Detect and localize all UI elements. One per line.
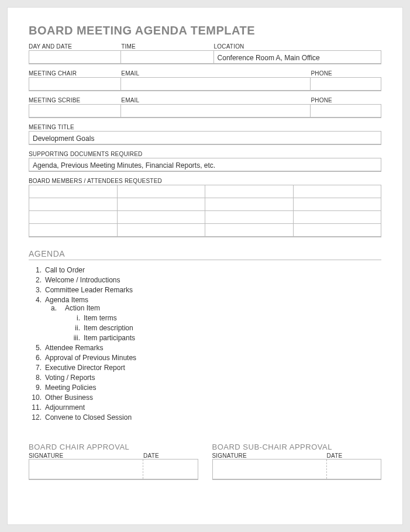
label-chair-signature: SIGNATURE xyxy=(29,452,143,459)
attendee-cell[interactable] xyxy=(117,224,205,237)
board-chair-approval: BOARD CHAIR APPROVAL SIGNATURE DATE xyxy=(29,443,198,480)
input-meeting-chair[interactable] xyxy=(29,77,121,91)
attendee-cell[interactable] xyxy=(205,211,294,224)
input-subchair-signature[interactable] xyxy=(213,460,326,479)
agenda-item: 9.Meeting Policies xyxy=(29,384,381,392)
subchair-approval-heading: BOARD SUB-CHAIR APPROVAL xyxy=(212,443,382,451)
label-chair-phone: PHONE xyxy=(311,70,381,77)
agenda-item: 12.Convene to Closed Session xyxy=(29,413,381,422)
agenda-item: 11.Adjournment xyxy=(29,403,381,412)
label-meeting-scribe: MEETING SCRIBE xyxy=(29,97,121,103)
agenda-item: 1.Call to Order xyxy=(29,266,381,274)
agenda-item: 10.Other Business xyxy=(29,393,381,402)
attendees-table xyxy=(29,185,381,237)
input-chair-email[interactable] xyxy=(121,77,311,91)
agenda-heading: AGENDA xyxy=(29,249,381,260)
row-supporting-docs: SUPPORTING DOCUMENTS REQUIRED Agenda, Pr… xyxy=(29,151,381,172)
input-supporting-docs[interactable]: Agenda, Previous Meeting Minutes, Financ… xyxy=(29,158,381,172)
row-meeting-title: MEETING TITLE Development Goals xyxy=(29,124,381,145)
input-meeting-title[interactable]: Development Goals xyxy=(29,131,381,145)
label-supporting-docs: SUPPORTING DOCUMENTS REQUIRED xyxy=(29,151,381,157)
label-scribe-phone: PHONE xyxy=(311,97,381,103)
attendee-cell[interactable] xyxy=(293,185,381,198)
attendee-cell[interactable] xyxy=(29,185,118,198)
agenda-subsubitem: i.Item terms xyxy=(70,314,381,322)
label-subchair-date: DATE xyxy=(327,452,381,459)
input-chair-signature[interactable] xyxy=(29,460,143,479)
input-chair-date[interactable] xyxy=(143,460,197,479)
attendee-cell[interactable] xyxy=(29,224,118,237)
attendee-cell[interactable] xyxy=(117,185,205,198)
input-meeting-scribe[interactable] xyxy=(29,104,121,118)
chair-approval-heading: BOARD CHAIR APPROVAL xyxy=(29,443,198,451)
attendee-cell[interactable] xyxy=(205,224,294,237)
label-chair-email: EMAIL xyxy=(121,70,311,77)
attendee-cell[interactable] xyxy=(205,198,294,211)
label-time: TIME xyxy=(121,43,213,50)
approval-section: BOARD CHAIR APPROVAL SIGNATURE DATE BOAR… xyxy=(29,443,381,480)
label-meeting-title: MEETING TITLE xyxy=(29,124,381,130)
row-attendees: BOARD MEMBERS / ATTENDEES REQUESTED xyxy=(29,178,381,237)
agenda-item: 4.Agenda Items a.Action Item i.Item term… xyxy=(29,296,381,342)
row-meeting-scribe: MEETING SCRIBE EMAIL PHONE xyxy=(29,97,381,118)
page-title: BOARD MEETING AGENDA TEMPLATE xyxy=(29,24,381,37)
agenda-item: 2.Welcome / Introductions xyxy=(29,276,381,284)
input-scribe-phone[interactable] xyxy=(311,104,381,118)
label-day-and-date: DAY AND DATE xyxy=(29,43,121,50)
agenda-item: 3.Committee Leader Remarks xyxy=(29,286,381,294)
attendee-cell[interactable] xyxy=(293,224,381,237)
label-attendees: BOARD MEMBERS / ATTENDEES REQUESTED xyxy=(29,178,381,184)
row-date-time-location: DAY AND DATE TIME LOCATION Conference Ro… xyxy=(29,43,381,64)
label-subchair-signature: SIGNATURE xyxy=(212,452,327,459)
board-subchair-approval: BOARD SUB-CHAIR APPROVAL SIGNATURE DATE xyxy=(212,443,382,480)
attendee-cell[interactable] xyxy=(293,211,381,224)
agenda-subitem: a.Action Item xyxy=(51,304,381,312)
attendee-cell[interactable] xyxy=(29,198,118,211)
agenda-item: 5.Attendee Remarks xyxy=(29,344,381,352)
input-day-and-date[interactable] xyxy=(29,50,121,64)
label-location: LOCATION xyxy=(214,43,381,50)
agenda-list: 1.Call to Order 2.Welcome / Introduction… xyxy=(29,266,381,422)
attendee-cell[interactable] xyxy=(117,211,205,224)
page: BOARD MEETING AGENDA TEMPLATE DAY AND DA… xyxy=(7,7,403,525)
row-meeting-chair: MEETING CHAIR EMAIL PHONE xyxy=(29,70,381,91)
agenda-subsubitem: ii.Item description xyxy=(70,324,381,332)
input-time[interactable] xyxy=(121,50,213,64)
label-scribe-email: EMAIL xyxy=(121,97,311,103)
input-subchair-date[interactable] xyxy=(326,460,381,479)
agenda-item: 8.Voting / Reports xyxy=(29,374,381,382)
attendee-cell[interactable] xyxy=(205,185,294,198)
label-meeting-chair: MEETING CHAIR xyxy=(29,70,121,77)
input-location[interactable]: Conference Room A, Main Office xyxy=(214,50,381,64)
input-scribe-email[interactable] xyxy=(121,104,311,118)
agenda-item: 7.Executive Director Report xyxy=(29,364,381,372)
attendee-cell[interactable] xyxy=(293,198,381,211)
agenda-subsubitem: iii.Item participants xyxy=(70,334,381,342)
attendee-cell[interactable] xyxy=(29,211,118,224)
attendee-cell[interactable] xyxy=(117,198,205,211)
input-chair-phone[interactable] xyxy=(311,77,381,91)
agenda-item: 6.Approval of Previous Minutes xyxy=(29,354,381,362)
label-chair-date: DATE xyxy=(143,452,198,459)
